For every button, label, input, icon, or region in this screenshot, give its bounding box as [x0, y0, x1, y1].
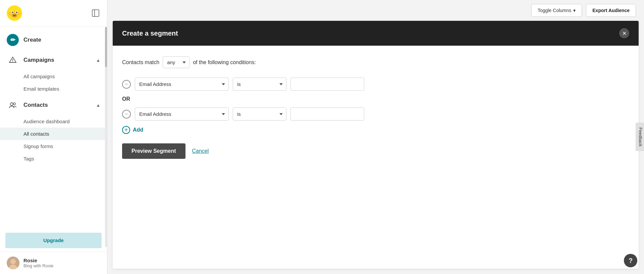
segment-header: Create a segment ✕: [113, 21, 639, 46]
sidebar-item-create-label: Create: [23, 37, 41, 43]
conditions-suffix: of the following conditions:: [193, 59, 256, 65]
remove-1-icon: −: [125, 82, 128, 87]
operator-select-2[interactable]: is is not contains does not contain star…: [233, 107, 286, 121]
sidebar-item-email-templates[interactable]: Email templates: [0, 83, 107, 95]
feedback-tab[interactable]: Feedback: [636, 123, 644, 151]
upgrade-button[interactable]: Upgrade: [5, 233, 102, 248]
preview-segment-label: Preview Segment: [131, 148, 176, 154]
sidebar-item-all-campaigns[interactable]: All campaigns: [0, 70, 107, 83]
sidebar-item-signup-forms[interactable]: Signup forms: [0, 140, 107, 152]
create-icon: ✏: [7, 34, 19, 46]
sidebar-item-tags[interactable]: Tags: [0, 152, 107, 165]
mailchimp-logo: [7, 5, 22, 21]
field-select-1[interactable]: Email Address First Name Last Name Phone…: [135, 78, 229, 91]
sidebar-item-all-contacts[interactable]: All contacts: [0, 128, 107, 140]
conditions-prefix: Contacts match: [122, 59, 159, 65]
cancel-button[interactable]: Cancel: [192, 148, 209, 154]
sidebar-toggle-icon[interactable]: [91, 8, 100, 18]
segment-panel: Create a segment ✕ Contacts match any al…: [113, 21, 639, 269]
sidebar-item-create[interactable]: ✏ Create: [0, 30, 107, 50]
upgrade-label: Upgrade: [43, 237, 64, 243]
svg-point-18: [10, 259, 16, 264]
cancel-label: Cancel: [192, 148, 209, 154]
sidebar-item-contacts[interactable]: Contacts ▲: [0, 95, 107, 115]
main-content: Toggle Columns ▾ Export Audience Create …: [107, 0, 644, 274]
help-button[interactable]: ?: [624, 254, 637, 267]
add-label: Add: [133, 127, 143, 133]
svg-point-8: [8, 12, 11, 15]
user-blog: Blog with Rosie: [23, 263, 54, 268]
export-audience-button[interactable]: Export Audience: [586, 4, 636, 17]
feedback-label: Feedback: [638, 127, 643, 146]
avatar: [7, 257, 19, 269]
remove-condition-1-button[interactable]: −: [122, 80, 131, 89]
sidebar-nav: ✏ Create Campaigns ▲ All campaigns Email…: [0, 27, 107, 229]
sidebar-item-audience-dashboard[interactable]: Audience dashboard: [0, 115, 107, 128]
contacts-icon: [7, 99, 19, 111]
campaigns-chevron: ▲: [96, 58, 100, 63]
svg-point-9: [18, 12, 20, 15]
value-input-1[interactable]: [290, 78, 364, 91]
add-condition-row[interactable]: + Add: [122, 126, 629, 134]
sidebar-top: [0, 0, 107, 27]
svg-point-16: [13, 103, 15, 105]
remove-condition-2-button[interactable]: −: [122, 110, 131, 119]
sidebar: ✏ Create Campaigns ▲ All campaigns Email…: [0, 0, 107, 274]
toggle-columns-label: Toggle Columns: [538, 8, 571, 13]
toggle-columns-button[interactable]: Toggle Columns ▾: [531, 4, 582, 17]
remove-2-icon: −: [125, 111, 128, 117]
svg-point-6: [16, 12, 17, 13]
svg-point-14: [12, 61, 13, 62]
scrollbar-thumb[interactable]: [105, 27, 107, 67]
campaigns-icon: [7, 54, 19, 66]
svg-point-5: [12, 12, 13, 13]
or-label: OR: [122, 96, 629, 102]
svg-point-15: [10, 103, 13, 105]
match-select[interactable]: any all: [163, 56, 190, 68]
operator-select-1[interactable]: is is not contains does not contain star…: [233, 78, 286, 91]
condition-row-1: − Email Address First Name Last Name Pho…: [122, 78, 629, 91]
close-button[interactable]: ✕: [619, 28, 629, 38]
scrollbar-track: [105, 27, 107, 247]
condition-row-2: − Email Address First Name Last Name Pho…: [122, 107, 629, 121]
help-icon: ?: [629, 257, 633, 265]
user-profile: Rosie Blog with Rosie: [0, 252, 107, 274]
action-row: Preview Segment Cancel: [122, 143, 629, 159]
sidebar-item-campaigns-label: Campaigns: [23, 57, 54, 63]
user-name: Rosie: [23, 258, 54, 263]
conditions-row: Contacts match any all of the following …: [122, 56, 629, 68]
close-icon: ✕: [622, 30, 627, 37]
toggle-columns-chevron: ▾: [573, 8, 576, 13]
contacts-chevron: ▲: [96, 103, 100, 108]
sidebar-item-campaigns[interactable]: Campaigns ▲: [0, 50, 107, 70]
value-input-2[interactable]: [290, 107, 364, 121]
segment-body: Contacts match any all of the following …: [113, 46, 639, 170]
field-select-2[interactable]: Email Address First Name Last Name Phone…: [135, 107, 229, 121]
user-info: Rosie Blog with Rosie: [23, 258, 54, 268]
svg-rect-10: [92, 10, 99, 16]
export-audience-label: Export Audience: [592, 8, 630, 13]
sidebar-item-contacts-label: Contacts: [23, 102, 48, 108]
top-bar: Toggle Columns ▾ Export Audience: [107, 0, 644, 21]
preview-segment-button[interactable]: Preview Segment: [122, 143, 185, 159]
segment-title: Create a segment: [122, 30, 178, 37]
add-circle-icon: +: [122, 126, 130, 134]
